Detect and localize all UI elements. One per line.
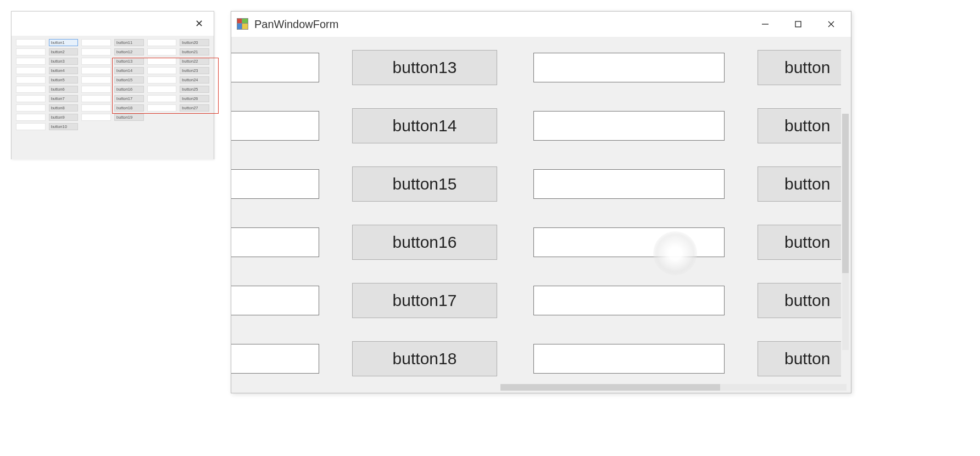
text-input[interactable] [533, 53, 725, 82]
ov-button[interactable]: button17 [114, 95, 144, 102]
ov-button[interactable]: button4 [49, 67, 79, 74]
text-input[interactable] [533, 286, 725, 315]
ov-button[interactable]: button7 [49, 95, 79, 102]
ov-text[interactable] [16, 48, 46, 55]
ov-text[interactable] [147, 58, 177, 65]
ov-button[interactable]: button18 [114, 104, 144, 112]
ov-button[interactable]: button13 [114, 58, 144, 65]
maximize-button[interactable] [782, 14, 815, 34]
ov-text[interactable] [147, 76, 177, 84]
ov-button[interactable]: button5 [49, 76, 79, 84]
ov-button[interactable]: button22 [180, 58, 209, 65]
ov-button[interactable]: button15 [114, 76, 144, 84]
ov-button[interactable]: button27 [180, 104, 209, 112]
ov-button[interactable]: button23 [180, 67, 209, 74]
ov-button[interactable]: button8 [49, 104, 79, 112]
ov-button[interactable]: button3 [49, 58, 79, 65]
close-icon[interactable]: ✕ [188, 15, 209, 32]
ov-button[interactable]: button12 [114, 48, 144, 55]
ov-button[interactable]: button19 [114, 114, 144, 121]
ov-text[interactable] [81, 39, 111, 46]
ov-text[interactable] [81, 114, 111, 121]
text-input[interactable] [533, 169, 725, 199]
button[interactable]: button13 [352, 50, 497, 85]
content-row: button18 button [231, 337, 851, 381]
ov-text[interactable] [16, 104, 46, 112]
content-row: button15 button [231, 162, 851, 206]
ov-text[interactable] [147, 95, 177, 102]
ov-button[interactable]: button16 [114, 86, 144, 93]
overview-window: ✕ button1 button11 button20 button2 butt… [11, 11, 214, 159]
main-titlebar: PanWindowForm [231, 12, 851, 37]
ov-text[interactable] [147, 67, 177, 74]
text-input[interactable] [231, 344, 319, 374]
ov-button[interactable]: button9 [49, 114, 79, 121]
text-input[interactable] [533, 344, 725, 374]
button-partial[interactable]: button [758, 341, 841, 376]
content-row: button13 button [231, 46, 851, 90]
ov-text[interactable] [81, 58, 111, 65]
scrollbar-thumb[interactable] [842, 114, 849, 273]
ov-button[interactable]: button26 [180, 95, 209, 102]
ov-button[interactable]: button20 [180, 39, 209, 46]
ov-button[interactable]: button14 [114, 67, 144, 74]
ov-text[interactable] [147, 86, 177, 93]
ov-text[interactable] [16, 123, 46, 130]
text-input[interactable] [231, 53, 319, 82]
ov-text[interactable] [16, 58, 46, 65]
svg-rect-1 [795, 21, 801, 27]
text-input[interactable] [533, 227, 725, 257]
overview-body: button1 button11 button20 button2 button… [12, 36, 214, 159]
button[interactable]: button16 [352, 225, 497, 260]
text-input[interactable] [533, 111, 725, 141]
text-input[interactable] [231, 169, 319, 199]
content-row: button16 button [231, 220, 851, 264]
horizontal-scrollbar[interactable] [500, 382, 847, 393]
ov-text[interactable] [16, 67, 46, 74]
ov-button[interactable]: button21 [180, 48, 209, 55]
text-input[interactable] [231, 227, 319, 257]
ov-text[interactable] [81, 67, 111, 74]
ov-text[interactable] [16, 114, 46, 121]
content-layer: button13 button button14 button button15… [231, 37, 851, 393]
ov-text[interactable] [81, 95, 111, 102]
button-partial[interactable]: button [758, 166, 841, 202]
ov-text[interactable] [16, 39, 46, 46]
button[interactable]: button18 [352, 341, 497, 376]
text-input[interactable] [231, 111, 319, 141]
text-input[interactable] [231, 286, 319, 315]
ov-button[interactable]: button11 [114, 39, 144, 46]
button[interactable]: button15 [352, 166, 497, 202]
scrollbar-thumb[interactable] [500, 384, 720, 391]
main-client-area[interactable]: button13 button button14 button button15… [231, 37, 851, 393]
ov-text[interactable] [81, 76, 111, 84]
vertical-scrollbar[interactable] [840, 114, 851, 350]
content-row: button14 button [231, 104, 851, 148]
ov-text[interactable] [81, 104, 111, 112]
ov-text[interactable] [147, 48, 177, 55]
button[interactable]: button14 [352, 108, 497, 143]
button[interactable]: button17 [352, 283, 497, 318]
ov-button[interactable]: button2 [49, 48, 79, 55]
button-partial[interactable]: button [758, 50, 841, 85]
ov-button[interactable]: button10 [49, 123, 79, 130]
ov-text[interactable] [16, 86, 46, 93]
ov-button[interactable]: button6 [49, 86, 79, 93]
main-window: PanWindowForm button13 button [231, 11, 851, 393]
content-row: button17 button [231, 279, 851, 322]
ov-text[interactable] [16, 76, 46, 84]
winforms-app-icon [237, 18, 249, 30]
ov-text[interactable] [81, 86, 111, 93]
ov-button[interactable]: button24 [180, 76, 209, 84]
ov-button[interactable]: button1 [49, 39, 79, 46]
minimize-button[interactable] [749, 14, 782, 34]
ov-button[interactable]: button25 [180, 86, 209, 93]
ov-text[interactable] [16, 95, 46, 102]
ov-text[interactable] [81, 48, 111, 55]
ov-text[interactable] [147, 39, 177, 46]
button-partial[interactable]: button [758, 225, 841, 260]
button-partial[interactable]: button [758, 108, 841, 143]
ov-text[interactable] [147, 104, 177, 112]
button-partial[interactable]: button [758, 283, 841, 318]
close-button[interactable] [815, 14, 848, 34]
